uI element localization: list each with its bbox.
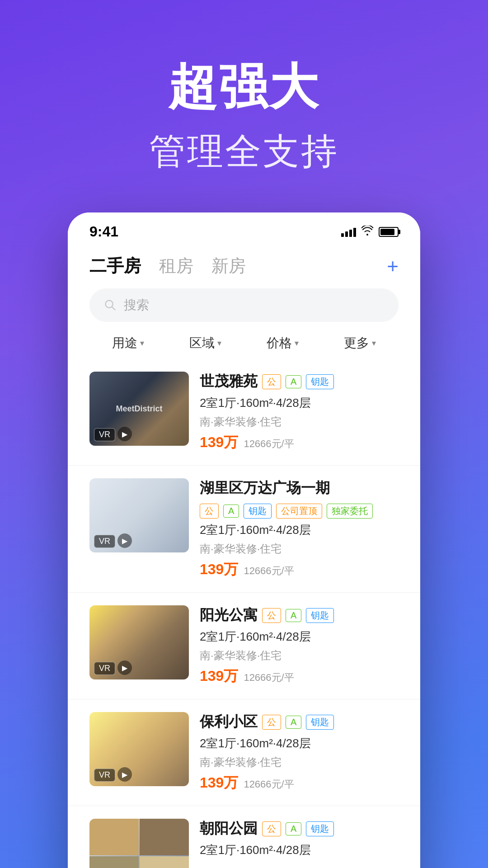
listing-title-row: 湖里区万达广场一期 <box>200 478 399 498</box>
tag-a: A <box>286 822 301 835</box>
tag-key: 钥匙 <box>244 504 272 519</box>
play-badge: ▶ <box>117 533 132 548</box>
search-placeholder: 搜索 <box>124 297 149 314</box>
listing-thumbnail: MeetDistrict VR ▶ <box>89 372 189 446</box>
search-bar[interactable]: 搜索 <box>89 288 399 322</box>
filter-area-label: 区域 <box>189 335 215 352</box>
filter-bar: 用途 ▾ 区域 ▾ 价格 ▾ 更多 ▾ <box>68 329 420 359</box>
phone-mockup: 9:41 二手房 租房 新房 <box>68 212 420 868</box>
vr-badge: VR <box>94 662 115 675</box>
listing-price: 139万 <box>200 560 238 580</box>
listing-specs: 2室1厅·160m²·4/28层 <box>200 395 399 411</box>
listing-list: MeetDistrict VR ▶ 世茂雅苑 公 A 钥匙 2室1厅·160m²… <box>68 359 420 868</box>
vr-badge: VR <box>94 535 115 548</box>
filter-purpose-arrow: ▾ <box>140 338 144 348</box>
listing-detail: 南·豪华装修·住宅 <box>200 648 399 663</box>
tag-a: A <box>223 505 239 518</box>
tab-secondhand[interactable]: 二手房 <box>89 255 141 278</box>
nav-tabs: 二手房 租房 新房 + <box>68 247 420 283</box>
status-bar: 9:41 <box>68 212 420 247</box>
listing-price: 139万 <box>200 433 238 453</box>
listing-unit-price: 12666元/平 <box>244 778 294 791</box>
listing-title: 世茂雅苑 <box>200 372 258 392</box>
vr-badge: VR <box>94 769 115 782</box>
listing-detail: 南·豪华装修·住宅 <box>200 542 399 556</box>
listing-specs: 2室1厅·160m²·4/28层 <box>200 842 399 858</box>
listing-item[interactable]: VR ▶ 阳光公寓 公 A 钥匙 2室1厅·160m²·4/28层 南·豪华装修… <box>68 593 420 699</box>
listing-title-row: 世茂雅苑 公 A 钥匙 <box>200 372 399 392</box>
listing-info: 保利小区 公 A 钥匙 2室1厅·160m²·4/28层 南·豪华装修·住宅 1… <box>200 712 399 793</box>
listing-price-row: 139万 12666元/平 <box>200 433 399 453</box>
tag-a: A <box>286 375 301 388</box>
tag-a: A <box>286 609 301 622</box>
filter-purpose[interactable]: 用途 ▾ <box>89 335 167 352</box>
filter-area[interactable]: 区域 ▾ <box>167 335 244 352</box>
listing-item[interactable]: VR ▶ 湖里区万达广场一期 公 A 钥匙 公司置顶 独家委托 2室1厅·160… <box>68 466 420 593</box>
tag-public: 公 <box>262 821 281 836</box>
listing-detail: 南·豪华装修·住宅 <box>200 755 399 769</box>
tag-public: 公 <box>262 608 281 623</box>
battery-icon <box>379 227 399 237</box>
listing-thumbnail: VR ▶ <box>89 712 189 786</box>
listing-price-row: 139万 12666元/平 <box>200 560 399 580</box>
listing-item[interactable]: VR ▶ 保利小区 公 A 钥匙 2室1厅·160m²·4/28层 南·豪华装修… <box>68 699 420 806</box>
listing-item[interactable]: 朝阳公园 公 A 钥匙 2室1厅·160m²·4/28层 <box>68 806 420 868</box>
listing-title: 阳光公寓 <box>200 605 258 625</box>
tag-top: 公司置顶 <box>276 504 322 519</box>
status-icons <box>341 226 399 238</box>
listing-tags-row: 公 A 钥匙 公司置顶 独家委托 <box>200 504 399 519</box>
listing-thumbnail: VR ▶ <box>89 478 189 552</box>
tag-key: 钥匙 <box>306 821 334 836</box>
listing-title-row: 阳光公寓 公 A 钥匙 <box>200 605 399 625</box>
listing-unit-price: 12666元/平 <box>244 671 294 684</box>
listing-unit-price: 12666元/平 <box>244 564 294 578</box>
listing-detail: 南·豪华装修·住宅 <box>200 415 399 429</box>
search-icon <box>104 299 117 311</box>
listing-unit-price: 12666元/平 <box>244 437 294 451</box>
tag-key: 钥匙 <box>306 715 334 730</box>
tag-public: 公 <box>262 715 281 730</box>
listing-thumbnail <box>89 819 189 868</box>
vr-badge: VR <box>94 428 115 441</box>
hero-title-line2: 管理全支持 <box>149 127 339 176</box>
filter-price-label: 价格 <box>267 335 292 352</box>
listing-specs: 2室1厅·160m²·4/28层 <box>200 629 399 645</box>
filter-price-arrow: ▾ <box>295 338 299 348</box>
listing-title-row: 朝阳公园 公 A 钥匙 <box>200 819 399 839</box>
signal-icon <box>341 227 356 237</box>
listing-info: 湖里区万达广场一期 公 A 钥匙 公司置顶 独家委托 2室1厅·160m²·4/… <box>200 478 399 580</box>
filter-more-label: 更多 <box>344 335 369 352</box>
listing-title: 朝阳公园 <box>200 819 258 839</box>
tab-newhouse[interactable]: 新房 <box>211 255 246 278</box>
listing-price-row: 139万 12666元/平 <box>200 773 399 793</box>
hero-section: 超强大 管理全支持 <box>0 0 488 212</box>
listing-specs: 2室1厅·160m²·4/28层 <box>200 736 399 751</box>
filter-area-arrow: ▾ <box>217 338 221 348</box>
listing-price: 139万 <box>200 773 238 793</box>
listing-info: 朝阳公园 公 A 钥匙 2室1厅·160m²·4/28层 <box>200 819 399 858</box>
tag-key: 钥匙 <box>306 374 334 389</box>
listing-info: 阳光公寓 公 A 钥匙 2室1厅·160m²·4/28层 南·豪华装修·住宅 1… <box>200 605 399 686</box>
listing-price: 139万 <box>200 666 238 686</box>
listing-info: 世茂雅苑 公 A 钥匙 2室1厅·160m²·4/28层 南·豪华装修·住宅 1… <box>200 372 399 453</box>
tag-public: 公 <box>262 374 281 389</box>
tag-a: A <box>286 716 301 729</box>
listing-thumbnail: VR ▶ <box>89 605 189 679</box>
hero-title-line1: 超强大 <box>168 54 320 120</box>
wifi-icon <box>361 226 373 238</box>
tab-rental[interactable]: 租房 <box>159 255 193 278</box>
listing-title: 保利小区 <box>200 712 258 732</box>
play-badge: ▶ <box>117 767 132 782</box>
listing-specs: 2室1厅·160m²·4/28层 <box>200 522 399 538</box>
tag-exclusive: 独家委托 <box>327 504 373 519</box>
filter-more[interactable]: 更多 ▾ <box>321 335 399 352</box>
listing-price-row: 139万 12666元/平 <box>200 666 399 686</box>
thumb-text: MeetDistrict <box>116 404 162 414</box>
listing-item[interactable]: MeetDistrict VR ▶ 世茂雅苑 公 A 钥匙 2室1厅·160m²… <box>68 359 420 466</box>
status-time: 9:41 <box>89 223 118 240</box>
add-tab-button[interactable]: + <box>387 255 399 278</box>
filter-purpose-label: 用途 <box>112 335 137 352</box>
filter-more-arrow: ▾ <box>372 338 376 348</box>
filter-price[interactable]: 价格 ▾ <box>244 335 321 352</box>
tag-public: 公 <box>200 504 219 519</box>
